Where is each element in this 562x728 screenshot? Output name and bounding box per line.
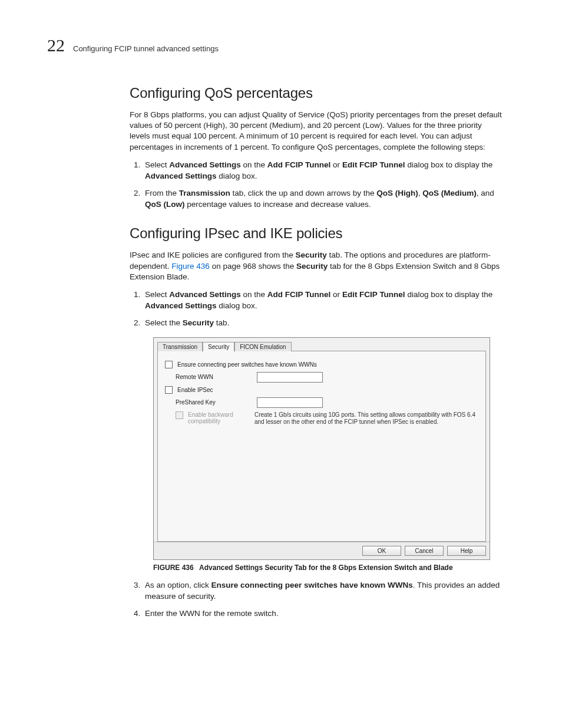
bold-text: Advanced Settings bbox=[145, 172, 217, 180]
text: dialog box to display the bbox=[405, 160, 493, 169]
remote-wwn-input[interactable] bbox=[257, 372, 323, 383]
page-header: 22 Configuring FCIP tunnel advanced sett… bbox=[47, 35, 515, 55]
preshared-key-label: PreShared Key bbox=[176, 399, 252, 406]
enable-ipsec-label: Enable IPSec bbox=[177, 387, 213, 393]
list-item: As an option, click Ensure connecting pe… bbox=[143, 580, 503, 602]
ipsec-steps-2: As an option, click Ensure connecting pe… bbox=[130, 580, 503, 620]
figure-xref-link[interactable]: Figure 436 bbox=[171, 262, 210, 271]
ipsec-steps-1: Select Advanced Settings on the Add FCIP… bbox=[130, 289, 503, 329]
chapter-number: 22 bbox=[47, 35, 65, 55]
bold-text: Add FCIP Tunnel bbox=[267, 290, 331, 299]
dialog-button-bar: OK Cancel Help bbox=[154, 542, 490, 559]
ok-button[interactable]: OK bbox=[362, 546, 401, 556]
text: Select the bbox=[145, 318, 183, 327]
figure-title: Advanced Settings Security Tab for the 8… bbox=[199, 564, 453, 572]
help-button[interactable]: Help bbox=[447, 546, 486, 556]
backward-compat-description: Create 1 Gb/s circuits using 10G ports. … bbox=[254, 411, 478, 426]
bold-text: Add FCIP Tunnel bbox=[267, 160, 331, 169]
text: tab. bbox=[214, 318, 229, 327]
figure-caption: FIGURE 436 Advanced Settings Security Ta… bbox=[153, 564, 503, 572]
backward-compat-label: Enable backward compatibility bbox=[188, 411, 250, 424]
text: on the bbox=[241, 290, 267, 299]
bold-text: Advanced Settings bbox=[145, 301, 217, 310]
bold-text: Security bbox=[295, 251, 326, 259]
text: Select bbox=[145, 290, 169, 299]
advanced-settings-dialog: Transmission Security FICON Emulation En… bbox=[153, 337, 490, 560]
bold-text: Advanced Settings bbox=[169, 160, 241, 169]
bold-text: Security bbox=[183, 318, 214, 327]
text: IPsec and IKE policies are configured fr… bbox=[130, 251, 295, 259]
text: As an option, click bbox=[145, 581, 211, 589]
list-item: Enter the WWN for the remote switch. bbox=[143, 608, 503, 620]
text: From the bbox=[145, 189, 179, 197]
backward-compat-checkbox bbox=[176, 411, 183, 419]
figure-label: FIGURE 436 bbox=[153, 564, 194, 572]
text: or bbox=[330, 290, 342, 299]
text: dialog box. bbox=[217, 301, 257, 310]
enable-ipsec-checkbox[interactable] bbox=[165, 386, 173, 394]
section-title-ipsec: Configuring IPsec and IKE policies bbox=[130, 225, 503, 242]
text: Select bbox=[145, 160, 169, 169]
text: dialog box. bbox=[217, 172, 257, 180]
section-title-qos: Configuring QoS percentages bbox=[130, 85, 503, 101]
figure-436: Transmission Security FICON Emulation En… bbox=[153, 337, 503, 572]
tab-transmission[interactable]: Transmission bbox=[157, 342, 203, 351]
text: on page 968 shows the bbox=[210, 262, 296, 271]
list-item: Select Advanced Settings on the Add FCIP… bbox=[143, 160, 503, 182]
preshared-key-input[interactable] bbox=[257, 397, 323, 408]
bold-text: Ensure connecting peer switches have kno… bbox=[211, 581, 413, 589]
list-item: From the Transmission tab, click the up … bbox=[143, 188, 503, 210]
bold-text: Advanced Settings bbox=[169, 290, 241, 299]
cancel-button[interactable]: Cancel bbox=[405, 546, 444, 556]
bold-text: Edit FCIP Tunnel bbox=[342, 290, 405, 299]
text: , and bbox=[477, 189, 494, 197]
bold-text: Edit FCIP Tunnel bbox=[342, 160, 405, 169]
bold-text: QoS (Low) bbox=[145, 200, 185, 209]
text: on the bbox=[241, 160, 267, 169]
dialog-tabs: Transmission Security FICON Emulation bbox=[157, 341, 486, 351]
ensure-known-wwns-checkbox[interactable] bbox=[165, 361, 173, 368]
running-head: Configuring FCIP tunnel advanced setting… bbox=[73, 44, 219, 53]
qos-intro: For 8 Gbps platforms, you can adjust Qua… bbox=[130, 110, 503, 153]
bold-text: QoS (Medium) bbox=[422, 189, 477, 197]
ensure-known-wwns-label: Ensure connecting peer switches have kno… bbox=[177, 361, 317, 368]
ipsec-intro: IPsec and IKE policies are configured fr… bbox=[130, 250, 503, 282]
text: percentage values to increase and decrea… bbox=[185, 200, 371, 209]
text: dialog box to display the bbox=[405, 290, 493, 299]
tab-security[interactable]: Security bbox=[203, 342, 234, 351]
bold-text: Transmission bbox=[179, 189, 230, 197]
bold-text: QoS (High) bbox=[376, 189, 418, 197]
text: tab, click the up and down arrows by the bbox=[230, 189, 376, 197]
tab-ficon-emulation[interactable]: FICON Emulation bbox=[234, 342, 291, 351]
remote-wwn-label: Remote WWN bbox=[176, 374, 252, 380]
list-item: Select the Security tab. bbox=[143, 318, 503, 329]
qos-steps: Select Advanced Settings on the Add FCIP… bbox=[130, 160, 503, 210]
security-panel: Ensure connecting peer switches have kno… bbox=[157, 351, 486, 542]
list-item: Select Advanced Settings on the Add FCIP… bbox=[143, 289, 503, 312]
text: or bbox=[330, 160, 342, 169]
text: Enter the WWN for the remote switch. bbox=[145, 609, 279, 618]
bold-text: Security bbox=[296, 262, 328, 271]
